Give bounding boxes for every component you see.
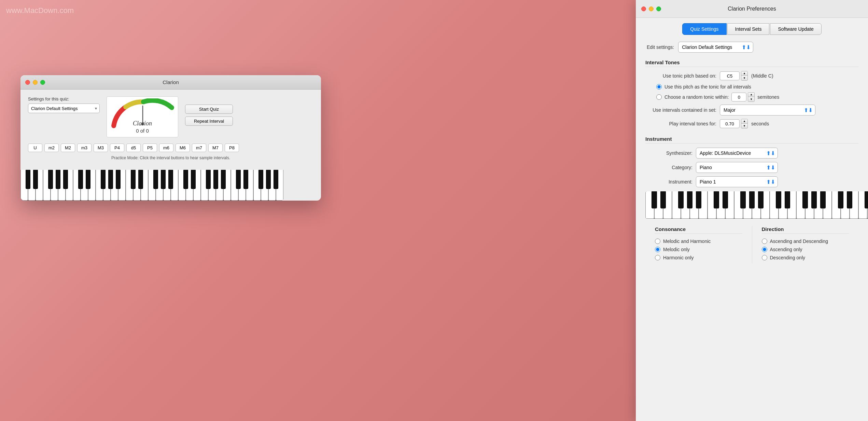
tab-quiz-settings[interactable]: Quiz Settings <box>682 23 726 35</box>
interval-btn-m3[interactable]: M3 <box>94 144 108 152</box>
interval-btn-m7[interactable]: M7 <box>208 144 223 152</box>
black-key[interactable] <box>48 170 53 189</box>
interval-btn-m7[interactable]: m7 <box>192 144 206 152</box>
black-key[interactable] <box>274 170 278 189</box>
tonic-pitch-input-wrap: C5 ▲ ▼ <box>720 71 748 81</box>
minimize-button[interactable] <box>33 80 38 85</box>
interval-btn-u[interactable]: U <box>28 144 42 152</box>
black-key[interactable] <box>740 191 746 208</box>
black-key[interactable] <box>820 191 826 208</box>
consonance-melodic-harmonic-radio[interactable] <box>655 239 660 244</box>
black-key[interactable] <box>116 170 121 189</box>
black-key[interactable] <box>723 191 728 208</box>
instrument-header: Instrument <box>645 136 858 144</box>
semitones-down[interactable]: ▼ <box>748 97 754 101</box>
prefs-close-button[interactable] <box>641 6 646 11</box>
random-tonic-radio[interactable] <box>656 94 662 100</box>
black-key[interactable] <box>153 170 158 189</box>
prefs-tabs: Quiz Settings Interval Sets Software Upd… <box>636 18 868 38</box>
black-key[interactable] <box>785 191 790 208</box>
maximize-button[interactable] <box>40 80 45 85</box>
tab-software-update[interactable]: Software Update <box>770 23 821 35</box>
black-key[interactable] <box>191 170 196 189</box>
interval-btn-p8[interactable]: P8 <box>225 144 239 152</box>
settings-dropdown[interactable]: Clarion Default Settings <box>28 104 100 113</box>
interval-btn-p5[interactable]: P5 <box>143 144 157 152</box>
black-key[interactable] <box>86 170 90 189</box>
black-key[interactable] <box>776 191 781 208</box>
use-tonic-radio[interactable] <box>656 84 662 90</box>
black-key[interactable] <box>865 191 868 208</box>
play-interval-down[interactable]: ▼ <box>741 124 747 128</box>
black-key[interactable] <box>131 170 136 189</box>
prefs-maximize-button[interactable] <box>656 6 661 11</box>
black-key[interactable] <box>749 191 755 208</box>
tonic-pitch-up[interactable]: ▲ <box>741 71 747 76</box>
black-key[interactable] <box>802 191 808 208</box>
direction-asc-only-radio[interactable] <box>762 247 767 252</box>
black-key[interactable] <box>161 170 166 189</box>
black-key[interactable] <box>213 170 218 189</box>
black-key[interactable] <box>652 191 657 208</box>
black-key[interactable] <box>236 170 241 189</box>
consonance-melodic-only-radio[interactable] <box>655 247 660 252</box>
gauge-app-label: Clarion <box>133 120 152 127</box>
interval-btn-m3[interactable]: m3 <box>77 144 92 152</box>
consonance-harmonic-only-radio[interactable] <box>655 255 660 260</box>
direction-desc-only-radio[interactable] <box>762 255 767 260</box>
black-key[interactable] <box>678 191 684 208</box>
repeat-interval-button[interactable]: Repeat Interval <box>185 117 233 126</box>
black-key[interactable] <box>714 191 719 208</box>
black-key[interactable] <box>63 170 68 189</box>
black-key[interactable] <box>183 170 188 189</box>
edit-settings-dropdown[interactable]: Clarion Default Settings <box>678 42 753 53</box>
black-key[interactable] <box>221 170 226 189</box>
start-quiz-button[interactable]: Start Quiz <box>185 105 233 114</box>
direction-desc-only-label: Descending only <box>770 255 806 260</box>
intervals-in-set-dropdown[interactable]: Major <box>720 105 815 116</box>
tonic-pitch-down[interactable]: ▼ <box>741 76 747 80</box>
direction-asc-desc-label: Ascending and Descending <box>770 239 828 244</box>
black-key[interactable] <box>758 191 764 208</box>
semitones-value[interactable]: 0 <box>731 93 746 101</box>
settings-label: Settings for this quiz: <box>28 96 100 101</box>
black-key[interactable] <box>108 170 113 189</box>
prefs-window: Clarion Preferences Quiz Settings Interv… <box>636 0 868 421</box>
play-interval-up[interactable]: ▲ <box>741 119 747 124</box>
black-key[interactable] <box>243 170 248 189</box>
play-interval-value[interactable]: 0.70 <box>720 119 740 128</box>
black-key[interactable] <box>847 191 852 208</box>
close-button[interactable] <box>25 80 30 85</box>
interval-btn-m6[interactable]: M6 <box>176 144 190 152</box>
black-key[interactable] <box>266 170 271 189</box>
black-key[interactable] <box>168 170 173 189</box>
category-dropdown[interactable]: Piano <box>696 162 778 173</box>
semitones-stepper: ▲ ▼ <box>748 92 755 102</box>
black-key[interactable] <box>660 191 666 208</box>
tonic-pitch-value[interactable]: C5 <box>720 71 740 80</box>
interval-btn-m2[interactable]: M2 <box>61 144 75 152</box>
interval-btn-m2[interactable]: m2 <box>44 144 59 152</box>
black-key[interactable] <box>26 170 30 189</box>
black-key[interactable] <box>696 191 701 208</box>
black-key[interactable] <box>33 170 38 189</box>
black-key[interactable] <box>838 191 843 208</box>
black-key[interactable] <box>258 170 263 189</box>
instrument-dropdown[interactable]: Piano 1 <box>696 176 778 187</box>
interval-btn-p4[interactable]: P4 <box>110 144 124 152</box>
black-key[interactable] <box>56 170 60 189</box>
semitones-up[interactable]: ▲ <box>748 93 754 97</box>
black-key[interactable] <box>138 170 143 189</box>
black-key[interactable] <box>811 191 817 208</box>
black-key[interactable] <box>101 170 106 189</box>
prefs-minimize-button[interactable] <box>649 6 654 11</box>
black-key[interactable] <box>687 191 692 208</box>
synthesizer-dropdown[interactable]: Apple: DLSMusicDevice <box>696 148 778 159</box>
black-key[interactable] <box>78 170 83 189</box>
interval-btn-d5[interactable]: d5 <box>126 144 141 152</box>
black-key[interactable] <box>206 170 211 189</box>
middle-c-label: (Middle C) <box>751 73 773 79</box>
tab-interval-sets[interactable]: Interval Sets <box>727 23 770 35</box>
direction-asc-desc-radio[interactable] <box>762 239 767 244</box>
interval-btn-m6[interactable]: m6 <box>159 144 173 152</box>
